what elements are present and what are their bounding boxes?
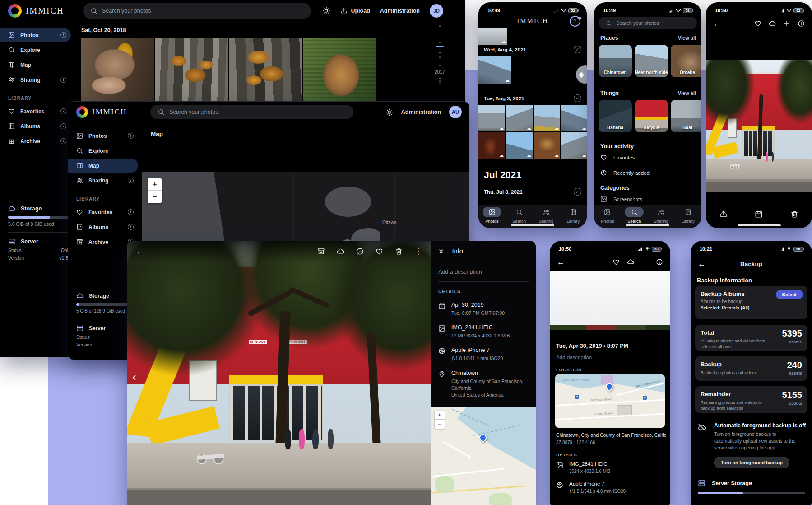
profile-avatar[interactable]: ☁ ツ bbox=[570, 16, 580, 27]
sidebar-item-explore[interactable]: Explore bbox=[0, 43, 71, 57]
info-icon[interactable] bbox=[656, 258, 663, 266]
tab-library[interactable]: Library bbox=[560, 207, 587, 228]
sidebar-item-albums[interactable]: Albums bbox=[68, 220, 138, 234]
sidebar-item-albums[interactable]: Albums bbox=[0, 119, 71, 133]
thing-thumbnail[interactable]: Banana bbox=[599, 100, 632, 132]
photo-overexposed[interactable] bbox=[550, 271, 670, 325]
search-input[interactable]: Search your photos bbox=[150, 105, 353, 119]
thing-thumbnail[interactable]: Boat bbox=[671, 100, 701, 132]
map-icon bbox=[8, 61, 15, 68]
sidebar-item-photos[interactable]: Photos bbox=[68, 129, 138, 143]
sidebar-item-map[interactable]: Map bbox=[0, 58, 71, 72]
photo-in-n-out[interactable] bbox=[706, 60, 812, 192]
more-options-kebab-icon[interactable]: ⋮ bbox=[414, 248, 422, 255]
immich-logo[interactable]: IMMICH bbox=[76, 106, 143, 118]
photo-thumbnail-mushroom[interactable] bbox=[81, 38, 154, 102]
turn-on-foreground-backup-button[interactable]: Turn on foreground backup bbox=[714, 457, 789, 468]
favorite-heart-icon[interactable] bbox=[376, 248, 383, 255]
immich-logo[interactable]: IMMICH bbox=[8, 4, 76, 18]
tab-library[interactable]: Library bbox=[675, 207, 702, 228]
home-indicator[interactable] bbox=[626, 224, 669, 226]
zoom-out-button[interactable]: − bbox=[148, 191, 162, 203]
tab-photos[interactable]: Photos bbox=[478, 207, 506, 228]
category-row-screenshots[interactable]: Screenshots bbox=[600, 196, 695, 202]
photo-tile[interactable] bbox=[534, 105, 560, 131]
things-view-all-link[interactable]: View all bbox=[678, 90, 696, 96]
photo-tile[interactable] bbox=[478, 105, 505, 131]
theme-toggle-sun-icon[interactable] bbox=[385, 108, 393, 116]
photo-tile[interactable] bbox=[478, 28, 507, 45]
location-minimap[interactable]: Hyde Street Harbor The Embarcadero Jeffe… bbox=[555, 374, 665, 428]
info-icon[interactable] bbox=[356, 248, 364, 255]
favorite-heart-icon[interactable] bbox=[612, 258, 620, 266]
sidebar-item-favorites[interactable]: Favorites bbox=[0, 104, 71, 118]
thing-thumbnail[interactable]: Bicycle bbox=[635, 100, 668, 132]
zoom-in-button[interactable]: + bbox=[435, 411, 445, 420]
favorite-heart-icon[interactable] bbox=[754, 20, 761, 27]
share-icon[interactable] bbox=[719, 210, 728, 218]
zoom-out-button[interactable]: − bbox=[435, 420, 445, 429]
recently-added-row[interactable]: Recently added bbox=[600, 169, 695, 176]
cloud-upload-icon[interactable] bbox=[337, 248, 344, 255]
search-input[interactable]: Search your photos bbox=[599, 17, 697, 29]
back-arrow-icon[interactable]: ← bbox=[136, 247, 144, 256]
close-icon[interactable]: ✕ bbox=[438, 248, 444, 255]
timeline-year-label: 2017 bbox=[435, 69, 445, 75]
location-minimap[interactable]: + − Leaflet | © OpenStreetMap bbox=[431, 407, 536, 505]
administration-link[interactable]: Administration bbox=[401, 109, 441, 115]
photo-thumbnail-mushroom-basket[interactable] bbox=[303, 38, 376, 102]
cloud-upload-icon[interactable] bbox=[769, 20, 776, 27]
back-arrow-icon[interactable]: ← bbox=[713, 20, 721, 28]
add-to-album-plus-icon[interactable] bbox=[783, 20, 790, 27]
photo-thumbnail-mushroom[interactable] bbox=[229, 38, 302, 102]
info-icon[interactable] bbox=[798, 20, 805, 27]
zoom-in-button[interactable]: + bbox=[148, 178, 162, 191]
archive-icon[interactable] bbox=[317, 248, 325, 255]
delete-trash-icon[interactable] bbox=[790, 210, 798, 218]
timeline-scrubber-handle[interactable] bbox=[576, 65, 587, 84]
photo-thumbnail-mushroom[interactable] bbox=[155, 38, 228, 102]
previous-photo-chevron[interactable]: ‹ bbox=[132, 371, 136, 383]
upload-button[interactable]: Upload bbox=[340, 7, 370, 14]
select-albums-button[interactable]: Select bbox=[776, 290, 803, 299]
archive-calendar-icon[interactable] bbox=[755, 210, 763, 218]
select-group-check-icon[interactable]: ✓ bbox=[574, 188, 581, 196]
place-thumbnail[interactable]: Omaha bbox=[671, 45, 701, 77]
back-arrow-icon[interactable]: ← bbox=[557, 258, 565, 266]
description-input[interactable]: Add description... bbox=[556, 355, 596, 360]
places-view-all-link[interactable]: View all bbox=[678, 35, 696, 41]
tab-photos[interactable]: Photos bbox=[594, 207, 621, 228]
photo-tile[interactable] bbox=[534, 132, 560, 159]
avatar[interactable]: JD bbox=[430, 4, 443, 18]
place-thumbnail[interactable]: Chinatown bbox=[599, 45, 632, 77]
delete-trash-icon[interactable] bbox=[395, 248, 403, 255]
sidebar-item-sharing[interactable]: Sharing bbox=[0, 73, 71, 87]
photo-tile[interactable] bbox=[478, 56, 511, 84]
select-group-check-icon[interactable]: ✓ bbox=[574, 46, 581, 53]
home-indicator[interactable] bbox=[738, 224, 781, 226]
photo-tile[interactable] bbox=[506, 132, 533, 159]
sidebar-item-map[interactable]: Map bbox=[68, 159, 138, 173]
theme-toggle-sun-icon[interactable] bbox=[322, 7, 330, 15]
add-to-album-plus-icon[interactable] bbox=[641, 258, 649, 266]
sidebar-item-explore[interactable]: Explore bbox=[68, 144, 138, 158]
photo-tile[interactable] bbox=[506, 105, 533, 131]
description-input[interactable]: Add a description bbox=[438, 269, 529, 275]
photo-tile[interactable] bbox=[561, 105, 587, 131]
sidebar-item-photos[interactable]: Photos bbox=[0, 28, 71, 42]
sidebar-item-sharing[interactable]: Sharing bbox=[68, 173, 138, 187]
avatar[interactable]: AU bbox=[449, 106, 462, 118]
photo-tile[interactable] bbox=[478, 132, 505, 159]
cloud-upload-icon[interactable] bbox=[627, 258, 634, 266]
photo-in-n-out[interactable]: IN-N-OUT IN-N-OUT ‹ bbox=[127, 241, 431, 505]
search-input[interactable]: Search your photos bbox=[83, 3, 311, 19]
favorites-row[interactable]: Favorites bbox=[600, 154, 695, 161]
administration-link[interactable]: Administration bbox=[380, 8, 420, 14]
select-group-check-icon[interactable]: ✓ bbox=[574, 94, 581, 102]
sidebar-item-archive[interactable]: Archive bbox=[0, 134, 71, 148]
sidebar-item-favorites[interactable]: Favorites bbox=[68, 205, 138, 219]
place-thumbnail[interactable]: Near north side bbox=[635, 45, 668, 77]
home-indicator[interactable] bbox=[511, 224, 554, 226]
photo-tile[interactable] bbox=[561, 132, 587, 159]
timeline-scrubber[interactable]: 2017 bbox=[435, 25, 445, 84]
